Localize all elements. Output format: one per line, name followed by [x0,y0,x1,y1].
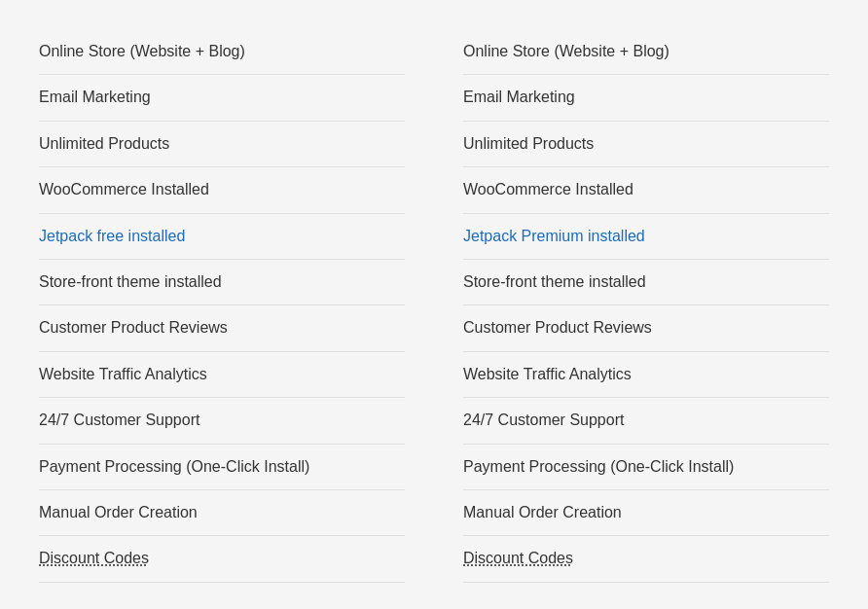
feature-item-item-l-3: Unlimited Products [39,122,405,167]
feature-item-item-l-1: Online Store (Website + Blog) [39,29,405,75]
feature-item-item-r-8: Website Traffic Analytics [463,352,829,398]
feature-item-item-r-1: Online Store (Website + Blog) [463,29,829,75]
feature-item-item-l-2: Email Marketing [39,75,405,121]
feature-item-item-l-5: Jetpack free installed [39,214,405,260]
feature-item-item-l-10: Payment Processing (One-Click Install) [39,445,405,490]
feature-item-item-l-8: Website Traffic Analytics [39,352,405,398]
feature-item-item-l-12: Discount Codes [39,536,405,582]
feature-item-item-r-2: Email Marketing [463,75,829,121]
feature-item-item-l-6: Store-front theme installed [39,260,405,305]
feature-item-item-r-10: Payment Processing (One-Click Install) [463,445,829,490]
feature-item-item-r-5: Jetpack Premium installed [463,214,829,260]
feature-item-item-r-4: WooCommerce Installed [463,167,829,213]
feature-item-item-l-11: Manual Order Creation [39,490,405,536]
feature-item-item-r-12: Discount Codes [463,536,829,582]
feature-item-item-l-9: 24/7 Customer Support [39,398,405,444]
column-left: Online Store (Website + Blog)Email Marke… [39,29,405,583]
feature-item-item-l-7: Customer Product Reviews [39,305,405,351]
column-right: Online Store (Website + Blog)Email Marke… [463,29,829,583]
feature-item-item-r-9: 24/7 Customer Support [463,398,829,444]
features-comparison: Online Store (Website + Blog)Email Marke… [39,29,829,583]
feature-item-item-r-3: Unlimited Products [463,122,829,167]
feature-item-item-l-4: WooCommerce Installed [39,167,405,213]
feature-item-item-r-6: Store-front theme installed [463,260,829,305]
feature-item-item-r-11: Manual Order Creation [463,490,829,536]
feature-item-item-r-7: Customer Product Reviews [463,305,829,351]
